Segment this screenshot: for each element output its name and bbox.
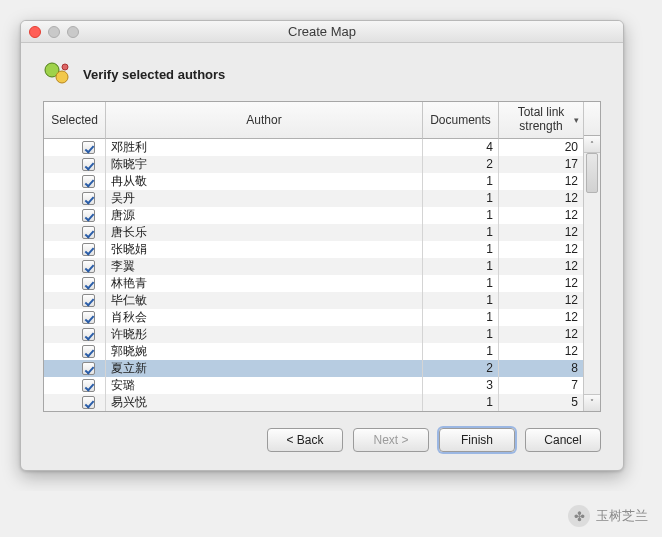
sort-indicator-icon: ▾: [574, 115, 579, 125]
checkbox[interactable]: [82, 158, 95, 171]
table-header: Selected Author Documents Total link str…: [44, 102, 583, 139]
vertical-scrollbar[interactable]: ˄ ˅: [583, 102, 600, 411]
table-row[interactable]: 陈晓宇217: [44, 156, 583, 173]
cell-documents: 1: [423, 241, 499, 258]
checkbox[interactable]: [82, 396, 95, 409]
back-button[interactable]: < Back: [267, 428, 343, 452]
cell-selected: [44, 394, 106, 411]
step-title: Verify selected authors: [83, 67, 225, 82]
cell-selected: [44, 343, 106, 360]
cell-documents: 1: [423, 173, 499, 190]
table-row[interactable]: 唐源112: [44, 207, 583, 224]
cell-author: 唐长乐: [106, 224, 423, 241]
cell-total-link-strength: 12: [499, 292, 583, 309]
table-row[interactable]: 夏立新28: [44, 360, 583, 377]
svg-point-1: [56, 71, 68, 83]
cell-author: 张晓娟: [106, 241, 423, 258]
checkbox[interactable]: [82, 294, 95, 307]
cell-total-link-strength: 12: [499, 343, 583, 360]
cell-selected: [44, 156, 106, 173]
checkbox[interactable]: [82, 345, 95, 358]
cell-total-link-strength: 12: [499, 190, 583, 207]
table-row[interactable]: 张晓娟112: [44, 241, 583, 258]
table-row[interactable]: 易兴悦15: [44, 394, 583, 411]
col-documents[interactable]: Documents: [423, 102, 499, 139]
cell-author: 毕仁敏: [106, 292, 423, 309]
cell-documents: 1: [423, 258, 499, 275]
checkbox[interactable]: [82, 243, 95, 256]
cell-selected: [44, 207, 106, 224]
cell-selected: [44, 326, 106, 343]
cell-author: 冉从敬: [106, 173, 423, 190]
table-row[interactable]: 冉从敬112: [44, 173, 583, 190]
cell-documents: 1: [423, 343, 499, 360]
checkbox[interactable]: [82, 226, 95, 239]
checkbox[interactable]: [82, 362, 95, 375]
checkbox[interactable]: [82, 277, 95, 290]
checkbox[interactable]: [82, 192, 95, 205]
cell-total-link-strength: 12: [499, 241, 583, 258]
cell-author: 陈晓宇: [106, 156, 423, 173]
cell-author: 许晓彤: [106, 326, 423, 343]
dialog-body: Verify selected authors Selected Author …: [21, 43, 623, 470]
scroll-down-button[interactable]: ˅: [584, 394, 600, 411]
cell-selected: [44, 360, 106, 377]
scrollbar-thumb[interactable]: [586, 153, 598, 193]
checkbox[interactable]: [82, 175, 95, 188]
table-row[interactable]: 郭晓婉112: [44, 343, 583, 360]
cell-selected: [44, 292, 106, 309]
cell-total-link-strength: 20: [499, 139, 583, 156]
table-row[interactable]: 吴丹112: [44, 190, 583, 207]
col-selected[interactable]: Selected: [44, 102, 106, 139]
cell-total-link-strength: 12: [499, 258, 583, 275]
cell-total-link-strength: 12: [499, 207, 583, 224]
checkbox[interactable]: [82, 379, 95, 392]
cell-total-link-strength: 8: [499, 360, 583, 377]
cell-author: 肖秋会: [106, 309, 423, 326]
table-row[interactable]: 唐长乐112: [44, 224, 583, 241]
checkbox[interactable]: [82, 141, 95, 154]
scroll-up-button[interactable]: ˄: [584, 136, 600, 153]
cell-documents: 2: [423, 360, 499, 377]
table-row[interactable]: 肖秋会112: [44, 309, 583, 326]
checkbox[interactable]: [82, 209, 95, 222]
cell-author: 郭晓婉: [106, 343, 423, 360]
cell-author: 安璐: [106, 377, 423, 394]
cell-documents: 1: [423, 394, 499, 411]
scrollbar-header-spacer: [584, 102, 600, 136]
cell-documents: 3: [423, 377, 499, 394]
cell-total-link-strength: 17: [499, 156, 583, 173]
cell-selected: [44, 190, 106, 207]
cell-selected: [44, 309, 106, 326]
wizard-buttons: < Back Next > Finish Cancel: [43, 412, 601, 452]
table-row[interactable]: 许晓彤112: [44, 326, 583, 343]
cell-author: 夏立新: [106, 360, 423, 377]
checkbox[interactable]: [82, 260, 95, 273]
cell-documents: 1: [423, 309, 499, 326]
cell-total-link-strength: 5: [499, 394, 583, 411]
cell-selected: [44, 258, 106, 275]
table-row[interactable]: 林艳青112: [44, 275, 583, 292]
cell-total-link-strength: 12: [499, 309, 583, 326]
table-row[interactable]: 李翼112: [44, 258, 583, 275]
table-row[interactable]: 安璐37: [44, 377, 583, 394]
checkbox[interactable]: [82, 328, 95, 341]
col-total-link-strength[interactable]: Total link strength ▾: [499, 102, 583, 139]
cell-documents: 1: [423, 190, 499, 207]
table-row[interactable]: 毕仁敏112: [44, 292, 583, 309]
scrollbar-track[interactable]: [584, 153, 600, 394]
col-tls-label: Total link strength: [518, 106, 565, 134]
next-button: Next >: [353, 428, 429, 452]
titlebar: Create Map: [21, 21, 623, 43]
checkbox[interactable]: [82, 311, 95, 324]
cell-selected: [44, 173, 106, 190]
step-heading: Verify selected authors: [43, 57, 601, 101]
cancel-button[interactable]: Cancel: [525, 428, 601, 452]
cell-selected: [44, 224, 106, 241]
finish-button[interactable]: Finish: [439, 428, 515, 452]
col-author[interactable]: Author: [106, 102, 423, 139]
cell-total-link-strength: 12: [499, 224, 583, 241]
table-row[interactable]: 邓胜利420: [44, 139, 583, 156]
cell-selected: [44, 275, 106, 292]
cell-documents: 1: [423, 326, 499, 343]
